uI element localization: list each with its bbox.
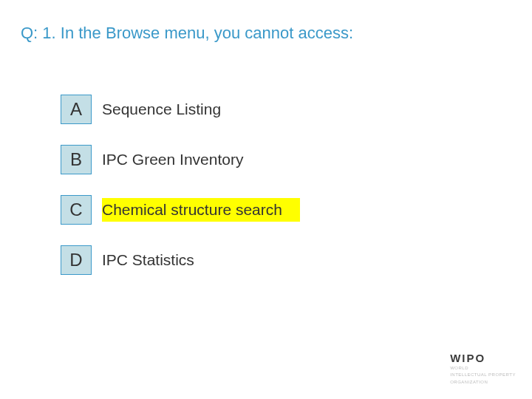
option-text-c: Chemical structure search xyxy=(102,198,300,222)
option-text-a: Sequence Listing xyxy=(102,98,227,121)
option-row-b[interactable]: B IPC Green Inventory xyxy=(61,145,300,174)
wipo-sub-line1: WORLD xyxy=(450,366,516,372)
option-letter-d: D xyxy=(61,245,92,275)
option-row-c[interactable]: C Chemical structure search xyxy=(61,195,300,225)
option-letter-b: B xyxy=(61,145,92,174)
option-letter-c: C xyxy=(61,195,92,225)
option-text-b: IPC Green Inventory xyxy=(102,148,249,171)
wipo-brand-text: WIPO xyxy=(450,352,516,364)
question-text: Q: 1. In the Browse menu, you cannot acc… xyxy=(21,24,353,43)
option-text-d: IPC Statistics xyxy=(102,248,200,272)
option-letter-a: A xyxy=(61,95,92,124)
wipo-sub-line3: ORGANIZATION xyxy=(450,380,516,386)
wipo-logo: WIPO WORLD INTELLECTUAL PROPERTY ORGANIZ… xyxy=(450,352,516,386)
options-list: A Sequence Listing B IPC Green Inventory… xyxy=(61,95,300,296)
option-row-d[interactable]: D IPC Statistics xyxy=(61,245,300,275)
wipo-sub-line2: INTELLECTUAL PROPERTY xyxy=(450,372,516,378)
option-row-a[interactable]: A Sequence Listing xyxy=(61,95,300,124)
